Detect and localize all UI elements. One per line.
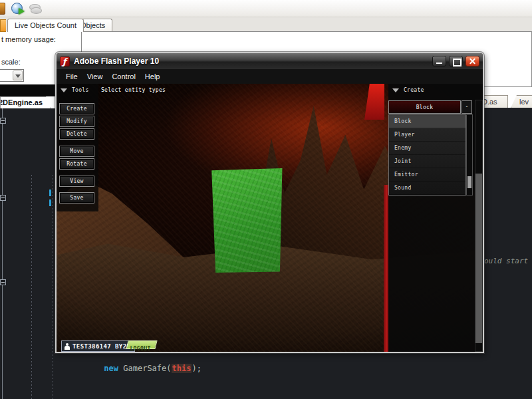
code-editor-left[interactable]: /** * Cu * @a * @v */ publ {: [0, 108, 57, 399]
hint-text: Select entity types: [101, 87, 166, 93]
menu-help[interactable]: Help: [140, 70, 165, 82]
minimize-button[interactable]: [432, 56, 446, 66]
doc-tabs-right: D.as lev: [483, 95, 532, 108]
code-line-onbeginsession: GamerSafe.api.onBeginSession = GamerSafe…: [75, 389, 358, 399]
memory-usage-label: t memory usage:: [1, 35, 56, 43]
menu-file[interactable]: File: [61, 70, 82, 82]
scale-combobox[interactable]: [0, 69, 24, 82]
tools-header-label: Tools: [72, 87, 89, 93]
fold-collapse-icon[interactable]: [0, 118, 6, 124]
window-menubar: File View Control Help: [57, 69, 483, 84]
panel-tabstrip: Live Objects Count Objects: [0, 17, 532, 32]
brush-icon[interactable]: [0, 3, 5, 15]
code-line-gamersafe-new: new GamerSafe(this);: [75, 354, 201, 382]
code-fragment: [49, 200, 51, 206]
collapse-arrow-icon: [61, 88, 67, 92]
divider-strip: [0, 84, 57, 96]
fold-margin-line: [2, 108, 3, 399]
create-tool-button[interactable]: Create: [59, 103, 94, 114]
entity-option-sound[interactable]: Sound: [389, 182, 466, 195]
logout-button[interactable]: LOGOUT: [126, 340, 157, 349]
window-title: Adobe Flash Player 10: [74, 57, 159, 66]
flash-logo-icon: [60, 57, 70, 66]
create-panel-header[interactable]: Create: [392, 87, 424, 93]
menu-view[interactable]: View: [82, 70, 108, 82]
tab-stub-orange[interactable]: [0, 19, 6, 32]
entity-option-emittor[interactable]: Emittor: [389, 168, 466, 182]
fold-collapse-icon[interactable]: [0, 279, 6, 285]
tools-panel-header[interactable]: Tools: [61, 87, 89, 93]
create-header-label: Create: [404, 87, 424, 93]
coins-disabled-icon: [29, 4, 41, 13]
doc-tab-lev[interactable]: lev: [511, 95, 532, 108]
panel-scrollbar-end: [475, 343, 482, 351]
game-stage[interactable]: Tools Create Modify Delete Move Rotate V…: [57, 84, 483, 352]
identifier-token: GamerSafe(: [118, 364, 171, 373]
list-scrollbar[interactable]: [466, 114, 473, 196]
modify-tool-button[interactable]: Modify: [59, 116, 94, 127]
session-badge[interactable]: TEST386147 BY2B: [61, 340, 135, 352]
entity-option-player[interactable]: Player: [389, 128, 466, 142]
session-badge-label: TEST386147 BY2B: [72, 343, 130, 350]
fold-collapse-icon[interactable]: [0, 195, 6, 201]
delete-tool-button[interactable]: Delete: [59, 128, 94, 140]
app-screen: Live Objects Count Objects t memory usag…: [0, 0, 532, 399]
tab-live-objects-count[interactable]: Live Objects Count: [7, 19, 84, 32]
code-editor-bottom[interactable]: new GamerSafe(this); GamerSafe.api.onBeg…: [57, 353, 532, 399]
save-tool-button[interactable]: Save: [59, 192, 94, 203]
indent-guide: [53, 175, 53, 399]
window-controls: [432, 56, 479, 66]
entity-type-list: Block Player Enemy Joint Emittor Sound: [388, 114, 466, 196]
keyword-token: new: [104, 364, 118, 373]
this-token: this: [172, 364, 192, 373]
code-fragment: [49, 190, 51, 196]
chevron-down-icon[interactable]: [13, 70, 23, 80]
window-titlebar[interactable]: Adobe Flash Player 10: [57, 53, 483, 69]
entity-type-dropdown[interactable]: Block: [388, 100, 461, 114]
entity-option-enemy[interactable]: Enemy: [389, 142, 466, 155]
panel-scrollbar[interactable]: [475, 100, 483, 352]
clock-run-icon[interactable]: [11, 3, 23, 14]
dropdown-collapse-button[interactable]: -: [462, 100, 472, 114]
menu-control[interactable]: Control: [107, 70, 140, 82]
panel-scrollbar-thumb[interactable]: [475, 100, 482, 174]
punctuation-token: );: [192, 364, 201, 373]
indent-guide: [31, 175, 32, 399]
move-tool-button[interactable]: Move: [59, 146, 94, 157]
ide-toolbar: [0, 0, 532, 17]
flash-player-window: Adobe Flash Player 10 File View Control …: [55, 52, 484, 353]
doc-tab-2dengine[interactable]: 2DEngine.as: [0, 96, 51, 108]
green-block-entity[interactable]: [206, 168, 285, 273]
person-icon: [65, 343, 70, 350]
collapse-arrow-icon: [392, 88, 399, 92]
rotate-tool-button[interactable]: Rotate: [59, 158, 94, 170]
list-scrollbar-thumb[interactable]: [467, 176, 471, 188]
code-editor-right[interactable]: ould start: [484, 108, 532, 353]
entity-option-joint[interactable]: Joint: [389, 155, 466, 168]
logout-label: LOGOUT: [130, 345, 151, 352]
entity-option-block[interactable]: Block: [389, 115, 466, 128]
view-tool-button[interactable]: View: [59, 176, 94, 187]
maximize-button[interactable]: [449, 56, 463, 66]
comment-snippet: ould start: [484, 257, 528, 265]
close-button[interactable]: [466, 56, 479, 66]
scale-label: scale:: [1, 58, 21, 66]
